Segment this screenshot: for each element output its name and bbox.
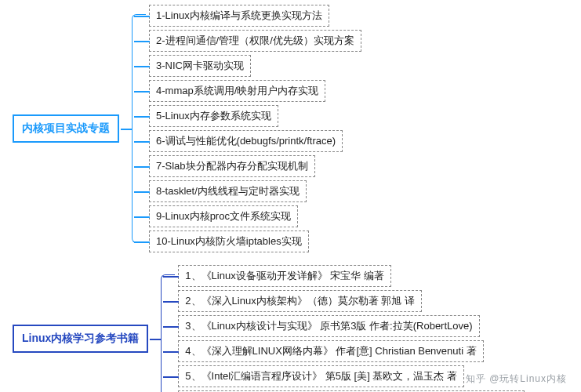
connector-stem [150, 339, 161, 340]
connector-twig [163, 326, 179, 328]
child-node: 5、《Intel汇编语言程序设计》 第5版 [美] 基欧文，温玉杰 著 [178, 365, 464, 387]
connector-twig [134, 241, 150, 243]
child-node: 6-调试与性能优化(debugfs/printk/ftrace) [149, 130, 343, 152]
connector-twig [134, 16, 150, 17]
child-node: 2-进程间通信/管理（权限/优先级）实现方案 [149, 30, 361, 52]
connector-twig [163, 351, 179, 353]
child-node: 3、《Linux内核设计与实现》 原书第3版 作者:拉芙(RobertLove) [178, 315, 479, 337]
connector-twig [163, 376, 179, 378]
connector-twig [134, 191, 150, 193]
section-children: 1-Linux内核编译与系统更换实现方法2-进程间通信/管理（权限/优先级）实现… [149, 5, 361, 252]
child-node: 2、《深入Linux内核架构》（德）莫尔勒著 郭旭 译 [178, 290, 422, 312]
child-node: 5-Linux内存参数系统实现 [149, 105, 278, 127]
mindmap-section: Linux内核学习参考书籍1、《Linux设备驱动开发详解》 宋宝华 编著2、《… [0, 265, 581, 392]
connector-bracket [132, 14, 146, 243]
connector-twig [163, 276, 179, 278]
child-node: 3-NIC网卡驱动实现 [149, 55, 251, 77]
connector-twig [163, 301, 179, 303]
child-node: 1-Linux内核编译与系统更换实现方法 [149, 5, 329, 27]
child-node: 1、《Linux设备驱动开发详解》 宋宝华 编著 [178, 265, 391, 287]
section-root-node: Linux内核学习参考书籍 [13, 325, 148, 353]
child-node: 9-Linux内核proc文件系统实现 [149, 205, 298, 227]
connector-stem [121, 129, 132, 130]
connector-twig [134, 41, 150, 42]
connector-twig [134, 216, 150, 218]
connector-twig [134, 91, 150, 93]
mindmap-section: 内核项目实战专题1-Linux内核编译与系统更换实现方法2-进程间通信/管理（权… [0, 5, 581, 252]
child-node: 4-mmap系统调用/映射用户内存实现 [149, 80, 325, 102]
connector-twig [134, 116, 150, 118]
child-node: 7-Slab块分配器内存分配实现机制 [149, 155, 315, 177]
connector-twig [134, 166, 150, 168]
child-node: 4、《深入理解LINUX网络内幕》 作者[意] Christian Benven… [178, 340, 483, 362]
section-root-node: 内核项目实战专题 [13, 114, 119, 143]
child-node: 10-Linux内核防火墙iptables实现 [149, 230, 309, 252]
section-children: 1、《Linux设备驱动开发详解》 宋宝华 编著2、《深入Linux内核架构》（… [178, 265, 524, 392]
connector-twig [134, 66, 150, 67]
connector-bracket [161, 274, 175, 392]
child-node: 8-tasklet/内线线程与定时器实现 [149, 180, 307, 202]
connector-twig [134, 141, 150, 143]
